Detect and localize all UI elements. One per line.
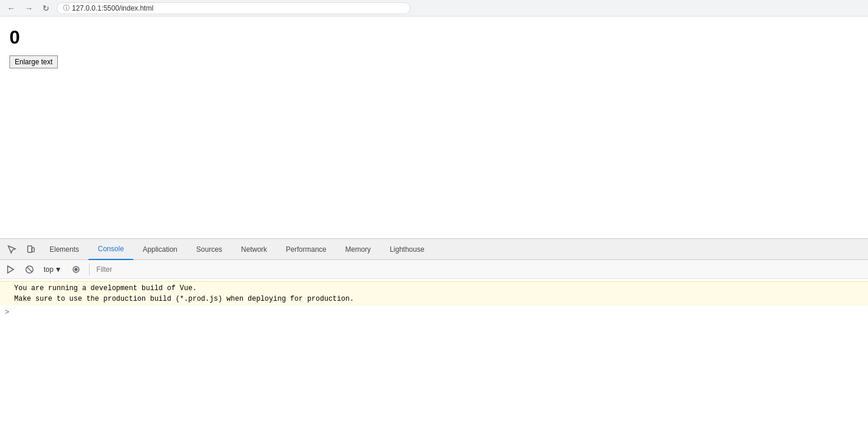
devtools-panel: Elements Console Application Sources Net…	[0, 238, 868, 424]
context-label: top	[44, 265, 54, 274]
console-message-text: You are running a development build of V…	[14, 283, 863, 304]
console-output: You are running a development build of V…	[0, 279, 868, 424]
tab-network[interactable]: Network	[232, 239, 277, 260]
back-button[interactable]: ←	[5, 2, 18, 14]
element-picker-button[interactable]	[2, 239, 21, 260]
tab-lighthouse[interactable]: Lighthouse	[380, 239, 434, 260]
browser-chrome: ← → ↻ ⓘ 127.0.0.1:5500/index.html	[0, 0, 868, 17]
reload-button[interactable]: ↻	[40, 2, 52, 14]
svg-line-4	[27, 267, 32, 272]
main-content: 0 Enlarge text	[0, 17, 868, 238]
forward-button[interactable]: →	[22, 2, 35, 14]
chevron-down-icon: ▼	[55, 265, 62, 274]
console-filter-input[interactable]	[94, 264, 866, 275]
tab-performance[interactable]: Performance	[277, 239, 336, 260]
svg-rect-1	[32, 248, 34, 252]
devtools-tabs-bar: Elements Console Application Sources Net…	[0, 239, 868, 260]
tab-sources[interactable]: Sources	[187, 239, 232, 260]
device-toolbar-button[interactable]	[21, 239, 40, 260]
counter-display: 0	[9, 26, 859, 48]
url-text: 127.0.0.1:5500/index.html	[72, 4, 153, 12]
console-input-row[interactable]: >	[0, 305, 868, 319]
enlarge-text-button[interactable]: Enlarge text	[9, 55, 58, 68]
console-input[interactable]	[12, 308, 863, 317]
tab-console[interactable]: Console	[88, 239, 133, 260]
svg-rect-0	[28, 246, 32, 252]
svg-point-6	[75, 268, 77, 271]
address-bar: ⓘ 127.0.0.1:5500/index.html	[57, 2, 410, 14]
show-console-sidebar-button[interactable]	[68, 263, 84, 276]
tab-application[interactable]: Application	[133, 239, 187, 260]
console-toolbar: top ▼	[0, 260, 868, 279]
console-message-vue-warning: You are running a development build of V…	[0, 281, 868, 305]
clear-console-button[interactable]	[21, 263, 38, 276]
info-icon: ⓘ	[63, 4, 70, 12]
toolbar-separator	[89, 264, 90, 275]
tab-elements[interactable]: Elements	[40, 239, 88, 260]
console-prompt-icon: >	[5, 308, 9, 317]
tab-memory[interactable]: Memory	[336, 239, 380, 260]
context-selector[interactable]: top ▼	[40, 264, 65, 275]
svg-marker-2	[8, 266, 14, 273]
create-live-expression-button[interactable]	[2, 263, 19, 276]
